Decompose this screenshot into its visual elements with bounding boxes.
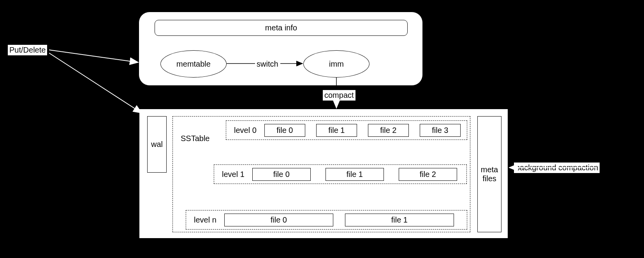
arrow-putdelete-wal [49, 53, 142, 113]
level-0-label: level 0 [226, 126, 264, 135]
wal-label: wal [151, 140, 163, 149]
arrow-putdelete-memtable [49, 50, 138, 62]
level-0-file-1: file 1 [316, 124, 357, 137]
compact-arrow-label: compact [323, 90, 355, 101]
memtable-node: memtable [160, 50, 227, 78]
level-n-file-1: file 1 [345, 214, 454, 226]
sstable-container: SSTable level 0 file 0 file 1 file 2 fil… [172, 116, 470, 232]
level-n-file-0: file 0 [224, 214, 333, 226]
meta-files-box: meta files [477, 116, 501, 232]
level-1-file-2: file 2 [399, 168, 457, 181]
imm-label: imm [329, 60, 344, 69]
input-label: Put/Delete [8, 45, 47, 55]
level-0-file-0: file 0 [264, 124, 305, 137]
level-n-label: level n [186, 216, 224, 224]
level-n-row: level n file 0 file 1 [186, 210, 467, 230]
memtable-label: memtable [176, 60, 211, 69]
background-compaction-label: background compaction [514, 163, 600, 173]
level-1-row: level 1 file 0 file 1 file 2 [214, 164, 467, 184]
level-0-row: level 0 file 0 file 1 file 2 file 3 [226, 120, 467, 140]
level-1-label: level 1 [214, 170, 252, 179]
switch-arrow-label: switch [257, 60, 278, 69]
level-0-file-3: file 3 [420, 124, 461, 137]
storage-container: wal SSTable level 0 file 0 file 1 file 2… [139, 108, 509, 239]
wal-box: wal [147, 116, 167, 173]
level-0-file-2: file 2 [368, 124, 409, 137]
level-1-file-0: file 0 [252, 168, 311, 181]
meta-info-box: meta info [155, 20, 408, 36]
memory-container: meta info memtable switch imm [139, 12, 423, 86]
imm-node: imm [303, 50, 370, 78]
sstable-label: SSTable [181, 134, 210, 143]
level-1-file-1: file 1 [326, 168, 384, 181]
